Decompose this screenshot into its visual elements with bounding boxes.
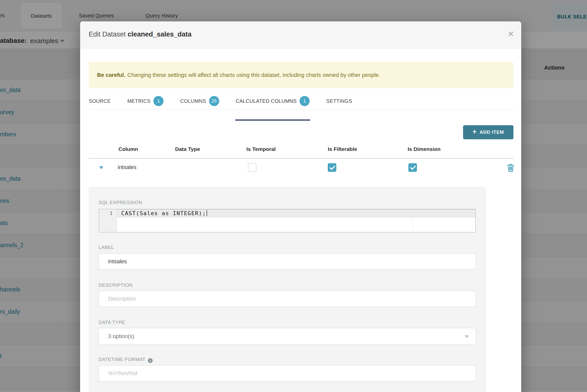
editor-gutter: 1 — [99, 209, 117, 232]
tab-calculated-columns[interactable]: CALCULATED COLUMNS 1 — [236, 97, 310, 109]
metrics-count-badge: 1 — [153, 96, 164, 106]
text-cursor — [207, 210, 207, 216]
trash-icon[interactable] — [507, 163, 514, 173]
sql-expression-editor[interactable]: 1 CAST(Sales as INTEGER); — [99, 209, 476, 233]
tab-metrics[interactable]: METRICS 1 — [127, 97, 164, 109]
page: es Datasets Saved Queries Query History … — [0, 0, 587, 392]
modal-title-prefix: Edit Dataset — [89, 30, 126, 38]
editor-code-line: CAST(Sales as INTEGER); — [121, 210, 207, 217]
tab-source[interactable]: SOURCE — [89, 97, 111, 109]
modal-header: Edit Dataset cleaned_sales_data ✕ — [80, 21, 521, 48]
warning-bold: Be careful. — [97, 72, 125, 78]
columns-count-badge: 25 — [209, 96, 219, 106]
modal-title-dataset-name: cleaned_sales_data — [128, 30, 192, 38]
modal-title: Edit Dataset cleaned_sales_data — [89, 30, 191, 38]
header-data-type: Data Type — [175, 146, 200, 152]
editor-line-number: 1 — [99, 209, 117, 217]
description-field-label: DESCRIPTION — [99, 282, 133, 288]
datetime-format-input[interactable] — [99, 365, 476, 382]
warning-banner: Be careful.Changing these settings will … — [89, 62, 513, 88]
is-dimension-checkbox[interactable] — [408, 163, 417, 172]
tab-settings[interactable]: SETTINGS — [326, 97, 352, 109]
info-icon[interactable]: i — [148, 358, 153, 363]
add-item-button[interactable]: + ADD ITEM — [463, 125, 513, 139]
header-column: Column — [118, 146, 138, 152]
modal-tabs: SOURCE METRICS 1 COLUMNS 25 CALCULATED C… — [89, 97, 352, 109]
label-field-label: LABEL — [99, 245, 114, 250]
warning-text: Changing these settings will affect all … — [127, 72, 380, 78]
tabs-divider — [89, 109, 513, 109]
datetime-format-field-label: DATETIME FORMATi — [99, 357, 153, 363]
calculated-column-name: intsales — [118, 164, 137, 171]
plus-icon: + — [473, 128, 477, 136]
data-type-select[interactable]: 3 option(s) — [99, 328, 476, 345]
close-icon[interactable]: ✕ — [507, 30, 514, 38]
is-temporal-checkbox[interactable] — [248, 163, 256, 172]
description-input[interactable] — [99, 290, 476, 307]
header-is-filterable: Is Filterable — [328, 146, 357, 152]
tab-columns[interactable]: COLUMNS 25 — [180, 97, 219, 109]
is-filterable-checkbox[interactable] — [328, 163, 336, 172]
header-is-temporal: Is Temporal — [246, 146, 276, 152]
calculated-column-detail-panel: SQL EXPRESSION 1 CAST(Sales as INTEGER);… — [89, 187, 485, 392]
edit-dataset-modal: Edit Dataset cleaned_sales_data ✕ Be car… — [80, 21, 521, 392]
calculated-columns-count-badge: 1 — [300, 96, 310, 106]
collapse-row-caret-icon[interactable] — [99, 166, 103, 169]
header-is-dimension: Is Dimension — [408, 146, 441, 152]
data-type-field-label: DATA TYPE — [99, 320, 125, 325]
chevron-down-icon — [465, 335, 469, 338]
sql-expression-label: SQL EXPRESSION — [99, 200, 142, 205]
table-header-rule — [89, 158, 513, 159]
label-input[interactable] — [99, 253, 476, 270]
